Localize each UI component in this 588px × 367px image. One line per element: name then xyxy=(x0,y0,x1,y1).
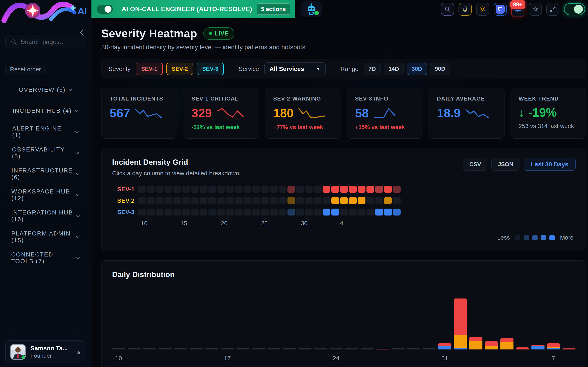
heatmap-cell[interactable] xyxy=(305,209,313,216)
heatmap-cell[interactable] xyxy=(252,209,260,216)
heatmap-cell[interactable] xyxy=(296,186,304,193)
heatmap-cell[interactable] xyxy=(314,197,321,204)
heatmap-cell[interactable] xyxy=(287,197,295,204)
heatmap-cell[interactable] xyxy=(226,209,234,216)
heatmap-cell[interactable] xyxy=(375,186,383,193)
heatmap-cell[interactable] xyxy=(296,197,304,204)
heatmap-cell[interactable] xyxy=(366,209,374,216)
service-select[interactable]: All Services ▼ xyxy=(264,62,326,75)
heatmap-cell[interactable] xyxy=(384,197,392,204)
heatmap-cell[interactable] xyxy=(279,197,286,204)
heatmap-cell[interactable] xyxy=(191,197,199,204)
range-button-90d[interactable]: 90D xyxy=(430,63,450,75)
heatmap-cell[interactable] xyxy=(173,209,181,216)
heatmap-cell[interactable] xyxy=(384,209,392,216)
search-input[interactable] xyxy=(21,38,80,46)
chat-button[interactable] xyxy=(494,3,507,16)
heatmap-cell[interactable] xyxy=(305,186,313,193)
sidebar-item-connected-tools-7[interactable]: CONNECTED TOOLS (7) xyxy=(0,247,91,268)
heatmap-cell[interactable] xyxy=(208,186,216,193)
heatmap-cell[interactable] xyxy=(147,209,155,216)
severity-chip-sev-3[interactable]: SEV-3 xyxy=(197,63,224,75)
heatmap-cell[interactable] xyxy=(296,209,304,216)
heatmap-cell[interactable] xyxy=(340,209,348,216)
heatmap-cell[interactable] xyxy=(235,197,242,204)
heatmap-cell[interactable] xyxy=(349,209,357,216)
distribution-bar-day-25[interactable] xyxy=(345,299,358,350)
heatmap-cell[interactable] xyxy=(156,209,164,216)
distribution-bar-day-24[interactable] xyxy=(329,299,343,350)
distribution-bar-day-21[interactable] xyxy=(283,299,296,350)
profile-expand-icon[interactable]: ▲ xyxy=(76,349,81,355)
heatmap-cell[interactable] xyxy=(164,186,172,193)
heatmap-cell[interactable] xyxy=(156,186,164,193)
heatmap-cell[interactable] xyxy=(331,186,339,193)
ai-oncall-toggle[interactable] xyxy=(97,5,113,14)
heatmap-cell[interactable] xyxy=(173,197,181,204)
severity-chip-sev-2[interactable]: SEV-2 xyxy=(166,63,193,75)
distribution-bar-day-31[interactable] xyxy=(438,299,451,350)
heatmap-cell[interactable] xyxy=(182,186,190,193)
heatmap-cell[interactable] xyxy=(138,209,146,216)
heatmap-cell[interactable] xyxy=(279,209,286,216)
distribution-bar-day-26[interactable] xyxy=(361,299,374,350)
heatmap-cell[interactable] xyxy=(349,186,357,193)
heatmap-cell[interactable] xyxy=(305,197,313,204)
sidebar-item-overview-6[interactable]: OVERVIEW (6) xyxy=(0,79,91,100)
heatmap-cell[interactable] xyxy=(217,197,225,204)
export-csv-button[interactable]: CSV xyxy=(463,158,488,171)
ai-assistant-button[interactable] xyxy=(301,1,322,17)
heatmap-cell[interactable] xyxy=(375,209,383,216)
heatmap-cell[interactable] xyxy=(226,197,234,204)
heatmap-cell[interactable] xyxy=(235,186,242,193)
heatmap-cell[interactable] xyxy=(191,186,199,193)
heatmap-cell[interactable] xyxy=(147,197,155,204)
distribution-bar-day-12[interactable] xyxy=(143,299,156,350)
heatmap-cell[interactable] xyxy=(200,186,208,193)
distribution-bar-day-10[interactable] xyxy=(112,299,125,350)
heatmap-cell[interactable] xyxy=(393,186,401,193)
severity-chip-sev-1[interactable]: SEV-1 xyxy=(136,63,163,75)
search-button[interactable] xyxy=(441,3,454,16)
heatmap-cell[interactable] xyxy=(314,209,321,216)
heatmap-cell[interactable] xyxy=(340,197,348,204)
sidebar-item-platform-admin-15[interactable]: PLATFORM ADMIN (15) xyxy=(0,226,91,247)
heatmap-cell[interactable] xyxy=(323,186,330,193)
heatmap-cell[interactable] xyxy=(314,186,321,193)
distribution-bar-day-27[interactable] xyxy=(376,299,389,350)
sidebar-item-workspace-hub-12[interactable]: WORKSPACE HUB (12) xyxy=(0,184,91,205)
sidebar-item-incident-hub-4[interactable]: INCIDENT HUB (4) xyxy=(0,100,91,121)
distribution-bar-day-18[interactable] xyxy=(236,299,250,350)
heatmap-cell[interactable] xyxy=(147,186,155,193)
heatmap-cell[interactable] xyxy=(217,209,225,216)
distribution-bar-day-7[interactable] xyxy=(547,299,560,350)
distribution-bar-day-16[interactable] xyxy=(205,299,218,350)
heatmap-cell[interactable] xyxy=(261,197,269,204)
heatmap-cell[interactable] xyxy=(323,209,330,216)
heatmap-cell[interactable] xyxy=(393,209,401,216)
heatmap-cell[interactable] xyxy=(323,197,330,204)
sidebar-item-observability-5[interactable]: OBSERVABILITY (5) xyxy=(0,142,91,163)
distribution-bar-day-5[interactable] xyxy=(516,299,529,350)
heatmap-cell[interactable] xyxy=(261,186,269,193)
heatmap-cell[interactable] xyxy=(252,186,260,193)
heatmap-cell[interactable] xyxy=(349,197,357,204)
distribution-bar-day-19[interactable] xyxy=(252,299,265,350)
heatmap-cell[interactable] xyxy=(235,209,242,216)
heatmap-cell[interactable] xyxy=(138,197,146,204)
distribution-bar-day-30[interactable] xyxy=(423,299,436,350)
heatmap-cell[interactable] xyxy=(393,197,401,204)
heatmap-cell[interactable] xyxy=(173,186,181,193)
range-button-14d[interactable]: 14D xyxy=(384,63,404,75)
distribution-bar-day-1[interactable] xyxy=(454,299,467,350)
heatmap-cell[interactable] xyxy=(366,186,374,193)
heatmap-cell[interactable] xyxy=(156,197,164,204)
range-button-7d[interactable]: 7D xyxy=(364,63,380,75)
heatmap-cell[interactable] xyxy=(261,209,269,216)
heatmap-cell[interactable] xyxy=(191,209,199,216)
distribution-bar-day-11[interactable] xyxy=(128,299,141,350)
heatmap-cell[interactable] xyxy=(384,186,392,193)
distribution-bar-day-3[interactable] xyxy=(485,299,498,350)
distribution-bar-day-22[interactable] xyxy=(298,299,311,350)
distribution-bar-day-4[interactable] xyxy=(501,299,513,350)
